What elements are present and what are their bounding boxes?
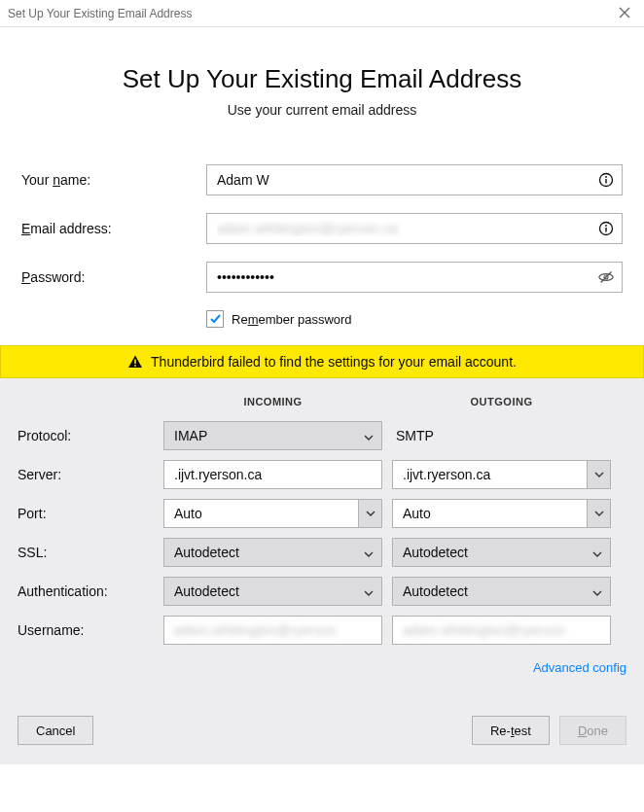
eye-off-icon[interactable] (597, 268, 615, 286)
username-incoming-input[interactable]: adam.whittington@ryerson (163, 616, 382, 645)
auth-outgoing-select[interactable]: Autodetect (392, 577, 611, 606)
ssl-outgoing-select[interactable]: Autodetect (392, 538, 611, 567)
checkmark-icon (209, 312, 222, 327)
port-incoming-select[interactable]: Auto (163, 499, 382, 528)
name-label: Your name: (21, 172, 206, 188)
chevron-down-icon (364, 428, 374, 443)
password-label: Password: (21, 269, 206, 285)
protocol-label: Protocol: (18, 428, 163, 443)
info-icon[interactable] (597, 220, 615, 237)
server-outgoing-select[interactable]: .ijvt.ryerson.ca (392, 460, 611, 489)
protocol-outgoing-text: SMTP (392, 421, 611, 450)
auth-label: Authentication: (18, 583, 163, 599)
ssl-label: SSL: (18, 545, 163, 560)
close-icon[interactable] (613, 4, 636, 23)
svg-rect-5 (605, 228, 606, 232)
chevron-down-icon (592, 545, 602, 560)
server-incoming-input[interactable]: .ijvt.ryerson.ca (163, 460, 382, 489)
svg-point-1 (605, 176, 607, 178)
svg-point-4 (605, 225, 607, 227)
chevron-down-icon (587, 461, 610, 488)
page-title: Set Up Your Existing Email Address (18, 64, 626, 94)
svg-rect-2 (605, 179, 606, 184)
chevron-down-icon (364, 583, 374, 599)
done-button[interactable]: Done (559, 716, 626, 745)
retest-button[interactable]: Re-test (472, 716, 550, 745)
auth-incoming-select[interactable]: Autodetect (163, 577, 382, 606)
chevron-down-icon (587, 500, 610, 527)
username-label: Username: (18, 622, 163, 638)
warning-icon (127, 354, 143, 370)
ssl-incoming-select[interactable]: Autodetect (163, 538, 382, 567)
window-title: Set Up Your Existing Email Address (8, 7, 192, 20)
chevron-down-icon (592, 583, 602, 599)
chevron-down-icon (358, 500, 381, 527)
advanced-config-link[interactable]: Advanced config (533, 660, 626, 675)
protocol-incoming-select[interactable]: IMAP (163, 421, 382, 450)
chevron-down-icon (364, 545, 374, 560)
remember-password-label: Remember password (232, 312, 352, 327)
svg-point-9 (134, 365, 136, 367)
name-input[interactable] (206, 164, 623, 195)
incoming-header: INCOMING (163, 396, 382, 407)
warning-banner: Thunderbird failed to find the settings … (0, 345, 644, 378)
email-label: Email address: (21, 221, 206, 236)
outgoing-header: OUTGOING (392, 396, 611, 407)
email-input[interactable] (206, 213, 623, 244)
server-label: Server: (18, 467, 163, 482)
info-icon[interactable] (597, 171, 615, 189)
svg-rect-8 (134, 360, 136, 365)
port-label: Port: (18, 506, 163, 521)
title-bar: Set Up Your Existing Email Address (0, 0, 644, 27)
warning-text: Thunderbird failed to find the settings … (151, 354, 517, 370)
remember-password-checkbox[interactable] (206, 310, 224, 328)
password-input[interactable] (206, 262, 623, 293)
cancel-button[interactable]: Cancel (18, 716, 93, 745)
port-outgoing-select[interactable]: Auto (392, 499, 611, 528)
username-outgoing-input[interactable]: adam.whittington@ryerson (392, 616, 611, 645)
page-subtitle: Use your current email address (18, 102, 626, 118)
